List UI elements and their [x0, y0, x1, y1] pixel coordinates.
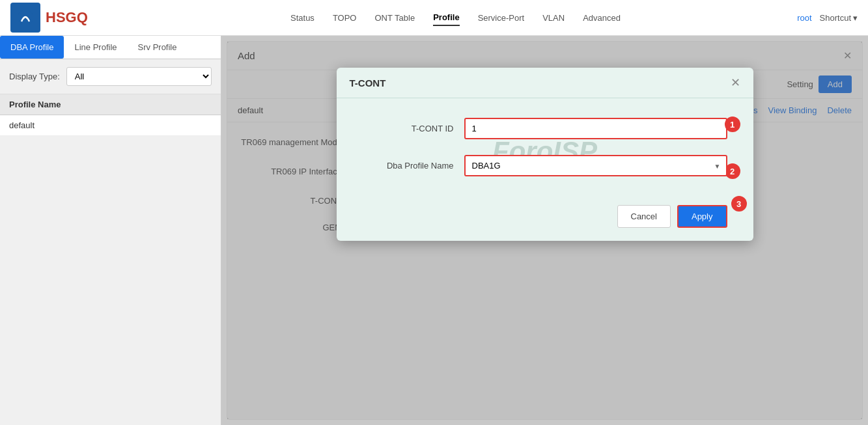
- tab-line-profile[interactable]: Line Profile: [64, 36, 127, 59]
- right-panel: Add ✕ Setting Add default View Details V…: [221, 36, 868, 425]
- modal-body: ForoISP 1 T-CONT ID 2: [337, 98, 753, 205]
- dba-profile-row: Dba Profile Name DBA1G DBA2G DBA512M: [363, 155, 727, 176]
- modal-footer-area: 3 Cancel Apply: [337, 205, 753, 228]
- filter-row: Display Type: All: [0, 59, 221, 94]
- main-content: DBA Profile Line Profile Srv Profile Dis…: [0, 36, 868, 425]
- tcont-id-label: T-CONT ID: [363, 124, 454, 133]
- chevron-down-icon: ▾: [853, 13, 858, 23]
- step-badge-3: 3: [731, 196, 747, 212]
- logo-text: HSGQ: [46, 9, 88, 26]
- tcont-id-input[interactable]: [464, 118, 727, 139]
- tab-dba-profile[interactable]: DBA Profile: [0, 36, 64, 59]
- dba-profile-select[interactable]: DBA1G DBA2G DBA512M: [464, 155, 727, 176]
- tcont-modal: T-CONT ✕ ForoISP 1 T-CONT ID: [337, 68, 753, 241]
- nav-ont-table[interactable]: ONT Table: [374, 10, 415, 25]
- tcont-id-row: T-CONT ID: [363, 118, 727, 139]
- modal-overlay: T-CONT ✕ ForoISP 1 T-CONT ID: [227, 42, 862, 419]
- nav-vlan[interactable]: VLAN: [542, 10, 565, 25]
- nav-advanced[interactable]: Advanced: [583, 10, 621, 25]
- modal-title: T-CONT: [350, 77, 386, 89]
- profile-name-header: Profile Name: [0, 94, 221, 115]
- modal-close-button[interactable]: ✕: [731, 77, 740, 89]
- add-panel: Add ✕ Setting Add default View Details V…: [227, 41, 863, 420]
- navbar: HSGQ Status TOPO ONT Table Profile Servi…: [0, 0, 868, 36]
- nav-user[interactable]: root: [797, 13, 811, 23]
- filter-label: Display Type:: [9, 72, 60, 81]
- tab-srv-profile[interactable]: Srv Profile: [128, 36, 188, 59]
- nav-shortcut[interactable]: Shortcut ▾: [820, 13, 858, 23]
- nav-status[interactable]: Status: [290, 10, 315, 25]
- logo: HSGQ: [10, 3, 88, 33]
- tab-bar: DBA Profile Line Profile Srv Profile: [0, 36, 221, 59]
- nav-profile[interactable]: Profile: [433, 10, 459, 26]
- logo-icon: [10, 3, 40, 33]
- left-panel: DBA Profile Line Profile Srv Profile Dis…: [0, 36, 221, 425]
- modal-header: T-CONT ✕: [337, 68, 753, 98]
- apply-button[interactable]: Apply: [677, 205, 727, 228]
- display-type-select[interactable]: All: [66, 67, 212, 86]
- step-badge-1: 1: [725, 117, 740, 132]
- nav-service-port[interactable]: Service-Port: [478, 10, 525, 25]
- table-row-default[interactable]: default: [0, 115, 221, 136]
- nav-items: Status TOPO ONT Table Profile Service-Po…: [114, 10, 797, 26]
- dba-profile-select-wrapper: DBA1G DBA2G DBA512M: [464, 155, 727, 176]
- cancel-button[interactable]: Cancel: [617, 205, 671, 228]
- dba-profile-label: Dba Profile Name: [363, 161, 454, 171]
- nav-topo[interactable]: TOPO: [333, 10, 357, 25]
- modal-footer: Cancel Apply: [337, 205, 753, 228]
- navbar-right: root Shortcut ▾: [797, 13, 858, 23]
